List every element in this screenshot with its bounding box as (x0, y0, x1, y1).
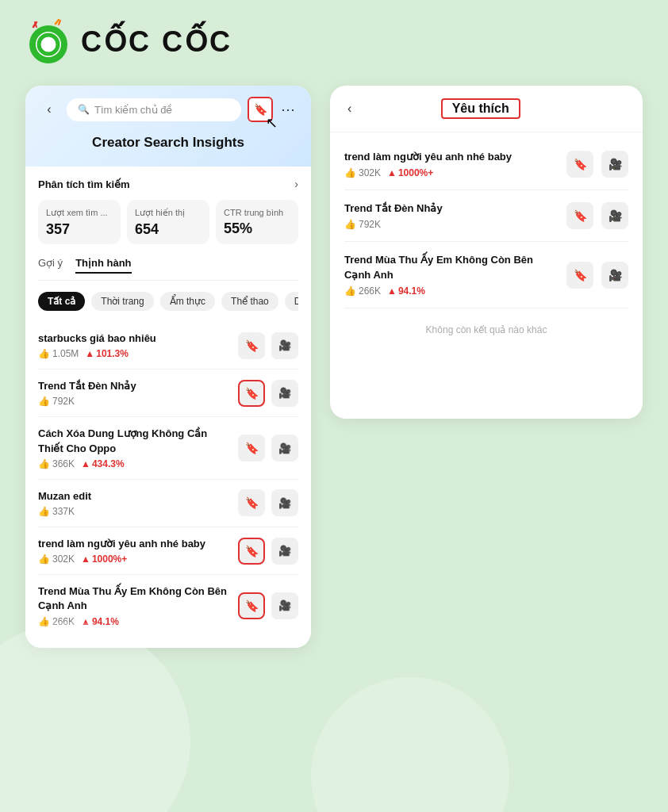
logo: CỐC CỐC (25, 19, 232, 65)
more-button[interactable]: ⋯ (278, 98, 298, 121)
trend-views-1: 👍 792K (38, 396, 75, 407)
trend-info-1: Trend Tắt Đèn Nhảy 👍 792K (38, 379, 232, 407)
right-video-btn-1[interactable]: 🎥 (601, 202, 628, 229)
search-placeholder: Tìm kiếm chủ đề (94, 104, 172, 116)
stat-card-1: Lượt hiển thị 654 (127, 200, 209, 244)
right-trend-item-0: trend làm người yêu anh nhé baby 👍 302K … (344, 139, 628, 190)
trend-name-2: Cách Xóa Dung Lượng Không Cần Thiết Cho … (38, 427, 232, 455)
tab-thinh-hanh[interactable]: Thịnh hành (75, 257, 131, 274)
right-video-btn-2[interactable]: 🎥 (601, 262, 628, 289)
trend-meta-2: 👍 366K ▲ 434.3% (38, 458, 232, 469)
video-btn-2[interactable]: 🎥 (271, 435, 298, 462)
search-icon: 🔍 (78, 104, 90, 115)
panel-title: Creator Search Insights (38, 132, 298, 157)
bookmark-btn-1[interactable]: 🔖 (238, 380, 265, 407)
stat-card-2: CTR trung bình 55% (216, 200, 298, 244)
video-icon-0: 🎥 (278, 339, 291, 351)
stat-value-1: 654 (135, 221, 202, 238)
right-bookmark-btn-2[interactable]: 🔖 (566, 262, 593, 289)
bookmark-icon-1: 🔖 (245, 387, 259, 400)
right-back-button[interactable]: ‹ (344, 98, 355, 119)
right-trend-item-1: Trend Tắt Đèn Nhảy 👍 792K 🔖 🎥 (344, 190, 628, 242)
filter-pill-4[interactable]: Du lịch (285, 292, 298, 311)
bookmark-icon-4: 🔖 (245, 545, 259, 557)
right-bookmark-btn-0[interactable]: 🔖 (566, 151, 593, 178)
no-more-text: Không còn kết quả nào khác (344, 308, 628, 351)
analysis-arrow[interactable]: › (294, 178, 298, 190)
trend-growth-0: ▲ 101.3% (85, 348, 129, 359)
bookmark-btn-2[interactable]: 🔖 (238, 435, 265, 462)
trend-views-2: 👍 366K (38, 458, 75, 469)
right-bookmark-icon-0: 🔖 (574, 158, 587, 170)
right-trend-views-2: 👍 266K (344, 285, 381, 297)
trend-info-5: Trend Mùa Thu Ấy Em Không Còn Bên Cạnh A… (38, 584, 232, 626)
trend-name-4: trend làm người yêu anh nhé baby (38, 537, 232, 551)
trend-item-2: Cách Xóa Dung Lượng Không Cần Thiết Cho … (38, 417, 298, 479)
stat-label-1: Lượt hiển thị (135, 208, 202, 218)
search-bar: ‹ 🔍 Tìm kiếm chủ đề 🔖 ↖ ⋯ (38, 97, 298, 122)
stat-card-0: Lượt xem tìm ... 357 (38, 200, 121, 244)
trend-views-3: 👍 337K (38, 506, 75, 517)
tab-goi-y[interactable]: Gợi ý (38, 257, 63, 274)
video-btn-4[interactable]: 🎥 (271, 538, 298, 565)
bookmark-btn-3[interactable]: 🔖 (238, 489, 265, 516)
trend-info-0: starbucks giá bao nhiêu 👍 1.05M ▲ 101.3% (38, 331, 232, 359)
trend-item-0: starbucks giá bao nhiêu 👍 1.05M ▲ 101.3%… (38, 322, 298, 370)
right-trend-item-2: Trend Mùa Thu Ấy Em Không Còn Bên Cạnh A… (344, 242, 628, 308)
svg-line-6 (59, 21, 60, 25)
trend-views-4: 👍 302K (38, 553, 75, 565)
search-input[interactable]: 🔍 Tìm kiếm chủ đề (67, 98, 241, 121)
right-trend-meta-0: 👍 302K ▲ 1000%+ (344, 167, 559, 178)
right-trend-info-1: Trend Tắt Đèn Nhảy 👍 792K (344, 201, 559, 230)
trend-list: starbucks giá bao nhiêu 👍 1.05M ▲ 101.3%… (38, 322, 298, 637)
trend-info-3: Muzan edit 👍 337K (38, 489, 232, 517)
trend-name-1: Trend Tắt Đèn Nhảy (38, 379, 232, 393)
tabs-row: Gợi ý Thịnh hành (38, 257, 298, 281)
video-icon-4: 🎥 (278, 545, 291, 557)
filter-pill-0[interactable]: Tất cả (38, 292, 85, 311)
trend-name-3: Muzan edit (38, 489, 232, 504)
right-panel-title: Yêu thích (355, 98, 606, 119)
bookmark-btn-5[interactable]: 🔖 (238, 592, 265, 619)
analysis-section-header: Phân tích tìm kiếm › (38, 178, 298, 190)
left-panel: ‹ 🔍 Tìm kiếm chủ đề 🔖 ↖ ⋯ Creator Search… (25, 86, 311, 648)
trend-info-2: Cách Xóa Dung Lượng Không Cần Thiết Cho … (38, 427, 232, 469)
right-bookmark-icon-1: 🔖 (574, 209, 587, 222)
bookmark-btn-4[interactable]: 🔖 (238, 538, 265, 565)
logo-icon (25, 19, 71, 65)
right-trend-views-0: 👍 302K (344, 167, 381, 178)
bookmark-icon-3: 🔖 (245, 496, 259, 509)
right-trend-name-1: Trend Tắt Đèn Nhảy (344, 201, 559, 216)
right-video-btn-0[interactable]: 🎥 (601, 151, 628, 178)
right-trend-meta-1: 👍 792K (344, 219, 559, 230)
right-trend-meta-2: 👍 266K ▲ 94.1% (344, 285, 559, 297)
video-btn-1[interactable]: 🎥 (271, 380, 298, 407)
right-trend-growth-2: ▲ 94.1% (387, 285, 425, 297)
right-title-text: Yêu thích (441, 98, 520, 119)
filter-pill-3[interactable]: Thể thao (221, 292, 278, 311)
video-icon-2: 🎥 (278, 442, 291, 454)
right-trend-growth-0: ▲ 1000%+ (387, 167, 433, 178)
bookmark-btn-0[interactable]: 🔖 (238, 332, 265, 359)
bookmark-icon-0: 🔖 (245, 339, 259, 352)
video-btn-5[interactable]: 🎥 (271, 592, 298, 619)
filter-pill-1[interactable]: Thời trang (91, 292, 153, 311)
trend-growth-2: ▲ 434.3% (81, 458, 125, 469)
back-button[interactable]: ‹ (38, 98, 60, 121)
right-bookmark-btn-1[interactable]: 🔖 (566, 202, 593, 229)
trend-item-1: Trend Tắt Đèn Nhảy 👍 792K 🔖 🎥 (38, 370, 298, 417)
stat-value-2: 55% (224, 220, 290, 237)
filter-pills: Tất cả Thời trang Ẩm thực Thể thao Du lị… (38, 292, 298, 311)
video-btn-3[interactable]: 🎥 (271, 489, 298, 516)
bookmark-header-button[interactable]: 🔖 ↖ (248, 97, 273, 122)
stat-value-0: 357 (46, 221, 113, 238)
trend-meta-0: 👍 1.05M ▲ 101.3% (38, 348, 232, 359)
trend-item-3: Muzan edit 👍 337K 🔖 🎥 (38, 480, 298, 527)
video-btn-0[interactable]: 🎥 (271, 332, 298, 359)
trend-meta-3: 👍 337K (38, 506, 232, 517)
trend-info-4: trend làm người yêu anh nhé baby 👍 302K … (38, 537, 232, 565)
panels-container: ‹ 🔍 Tìm kiếm chủ đề 🔖 ↖ ⋯ Creator Search… (0, 78, 668, 673)
right-video-icon-2: 🎥 (608, 269, 622, 282)
filter-pill-2[interactable]: Ẩm thực (160, 292, 215, 311)
trend-name-5: Trend Mùa Thu Ấy Em Không Còn Bên Cạnh A… (38, 584, 232, 613)
